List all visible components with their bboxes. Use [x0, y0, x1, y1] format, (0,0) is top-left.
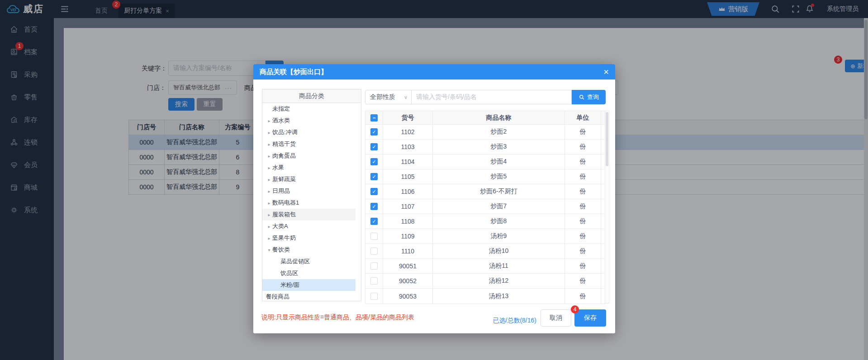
cell-unit: 份	[565, 125, 601, 139]
row-checkbox[interactable]	[370, 277, 378, 285]
row-checkbox[interactable]	[370, 248, 378, 255]
cell-unit: 份	[565, 154, 601, 169]
tree-item[interactable]: 未指定	[262, 103, 356, 115]
tree-item[interactable]: ▾餐饮类	[262, 244, 356, 256]
nature-select[interactable]: 全部性质 ∨	[365, 90, 412, 104]
cell-unit: 份	[565, 214, 601, 229]
row-checkbox[interactable]	[370, 262, 378, 270]
tree-item-label: 精选干货	[272, 140, 296, 148]
scrollbar-thumb[interactable]	[606, 112, 608, 166]
tree-item-label: 未指定	[272, 105, 290, 113]
tree-collapsed-icon[interactable]: ▸	[266, 189, 272, 194]
tree-item[interactable]: ▸大类A	[262, 220, 356, 232]
tree-collapsed-icon[interactable]: ▸	[266, 130, 272, 135]
cell-checkbox	[365, 244, 383, 258]
cell-no: 1108	[383, 214, 433, 229]
table-header-row: −货号商品名称单位	[365, 111, 605, 125]
cell-checkbox: ✓	[365, 154, 383, 169]
cell-unit: 份	[565, 274, 601, 288]
table-row[interactable]: ✓1104炒面4份	[365, 154, 605, 169]
tree-collapsed-icon[interactable]: ▸	[266, 201, 272, 206]
selected-count: 已选/总数(8/16)	[489, 312, 536, 329]
cell-name: 汤粉12	[433, 274, 565, 288]
tree-item-label: 肉禽蛋品	[272, 152, 296, 160]
tree-collapsed-icon[interactable]: ▸	[266, 118, 272, 123]
cell-no: 1110	[383, 244, 433, 258]
tree-item[interactable]: ▸水果	[262, 162, 356, 173]
row-checkbox[interactable]: ✓	[370, 203, 378, 210]
row-checkbox[interactable]: ✓	[370, 143, 378, 150]
tree-collapsed-icon[interactable]: ▸	[266, 142, 272, 147]
cell-name: 汤粉10	[433, 244, 565, 258]
cell-checkbox: ✓	[365, 169, 383, 184]
tree-item[interactable]: ▸坚果牛奶	[262, 232, 356, 244]
cell-unit: 份	[565, 169, 601, 184]
tree-item-label: 饮品:冲调	[272, 128, 298, 136]
nature-value: 全部性质	[370, 93, 395, 101]
tree-item[interactable]: ▸日用品	[262, 185, 356, 197]
tree-item[interactable]: 饮品区	[262, 267, 356, 279]
tree-collapsed-icon[interactable]: ▸	[266, 212, 272, 217]
tree-item[interactable]: ▸数码电器1	[262, 197, 356, 209]
row-checkbox[interactable]: ✓	[370, 173, 378, 180]
cell-checkbox: ✓	[365, 199, 383, 214]
tree-item[interactable]: ▸酒水类	[262, 115, 356, 126]
table-row[interactable]: ✓1105炒面5份	[365, 169, 605, 184]
table-row[interactable]: 90053汤粉13份	[365, 289, 605, 304]
tree-item-label: 数码电器1	[272, 199, 299, 207]
tree-item[interactable]: 餐段商品	[262, 291, 356, 301]
table-row[interactable]: ✓1108炒面8份	[365, 214, 605, 229]
tree-item[interactable]: ▸饮品:冲调	[262, 126, 356, 138]
row-checkbox[interactable]: ✓	[370, 158, 378, 165]
tree-item-label: 新鲜蔬菜	[272, 175, 296, 183]
tree-collapsed-icon[interactable]: ▸	[266, 224, 272, 229]
table-row[interactable]: ✓1103炒面3份	[365, 140, 605, 154]
tree-item[interactable]: ▸新鲜蔬菜	[262, 173, 356, 185]
tree-collapsed-icon[interactable]: ▸	[266, 236, 272, 241]
table-row[interactable]: 90052汤粉12份	[365, 274, 605, 289]
tree-expanded-icon[interactable]: ▾	[266, 248, 272, 252]
table-row[interactable]: ✓1107炒面7份	[365, 199, 605, 214]
table-row[interactable]: 90051汤粉11份	[365, 259, 605, 274]
tree-item-label: 饮品区	[280, 269, 298, 277]
cell-name: 炒面4	[433, 154, 565, 169]
tree-collapsed-icon[interactable]: ▸	[266, 154, 272, 159]
tree-item-label: 水果	[272, 164, 284, 172]
save-button[interactable]: 保存	[574, 309, 606, 327]
table-row[interactable]: 1109汤粉9份	[365, 229, 605, 244]
tree-collapsed-icon[interactable]: ▸	[266, 165, 272, 170]
column-header-name: 商品名称	[433, 111, 565, 124]
row-checkbox[interactable]	[370, 293, 378, 300]
table-row[interactable]: 1110汤粉10份	[365, 244, 605, 259]
cancel-button[interactable]: 取消	[541, 309, 571, 327]
table-row[interactable]: ✓1102炒面2份	[365, 125, 605, 140]
tree-item-label: 酒水类	[272, 117, 290, 125]
cell-name: 炒面5	[433, 169, 565, 184]
product-table-scrollbar[interactable]	[605, 111, 609, 304]
cell-checkbox	[365, 289, 383, 304]
product-search-input[interactable]: 请输入货号/条码/品名	[411, 90, 572, 104]
column-header-no: 货号	[383, 111, 433, 124]
row-checkbox[interactable]: ✓	[370, 188, 378, 195]
cell-unit: 份	[565, 184, 601, 199]
tree-item[interactable]: 米粉/面	[262, 279, 356, 291]
close-icon[interactable]: ×	[603, 66, 609, 77]
cell-no: 90052	[383, 274, 433, 288]
select-all-checkbox[interactable]: −	[370, 114, 378, 122]
query-button[interactable]: 查询	[572, 90, 606, 104]
tree-item[interactable]: ▸肉禽蛋品	[262, 150, 356, 162]
cell-no: 1103	[383, 140, 433, 154]
tree-item[interactable]: ▸服装箱包	[262, 209, 356, 220]
cell-unit: 份	[565, 259, 601, 273]
tree-collapsed-icon[interactable]: ▸	[266, 177, 272, 182]
row-checkbox[interactable]: ✓	[370, 218, 378, 225]
search-icon	[579, 94, 585, 100]
table-row[interactable]: ✓1106炒面6-不厨打份	[365, 184, 605, 199]
cell-name: 汤粉11	[433, 259, 565, 273]
tree-item-label: 日用品	[272, 187, 290, 195]
tree-item[interactable]: ▸精选干货	[262, 138, 356, 150]
tree-item[interactable]: 菜品促销区	[262, 256, 356, 267]
cell-checkbox	[365, 229, 383, 243]
row-checkbox[interactable]	[370, 233, 378, 240]
row-checkbox[interactable]: ✓	[370, 128, 378, 136]
